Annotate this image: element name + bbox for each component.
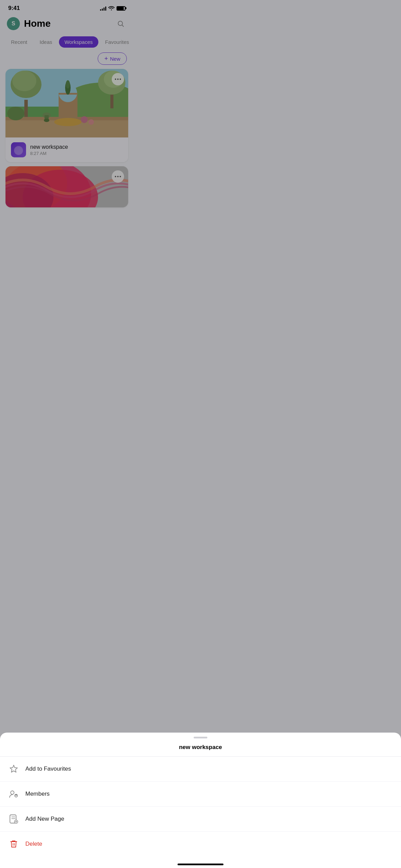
bottom-sheet-overlay[interactable] — [0, 0, 134, 289]
